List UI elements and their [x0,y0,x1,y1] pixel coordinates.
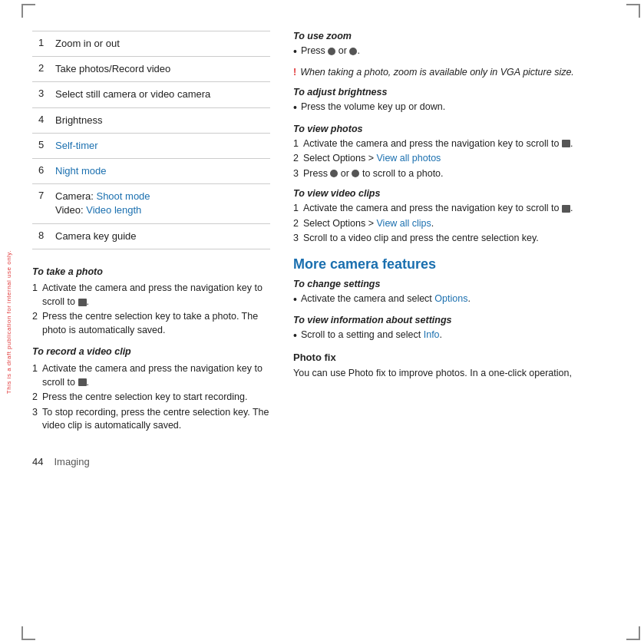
bullet-icon: • [293,101,297,116]
change-settings-list: • Activate the camera and select Options… [293,292,629,308]
take-photo-steps: 1 Activate the camera and press the navi… [32,282,270,337]
list-item: • Press the volume key up or down. [293,101,629,116]
view-video-clips-steps: 1 Activate the camera and press the navi… [293,202,629,246]
view-photos-section: To view photos 1 Activate the camera and… [293,124,629,181]
step-num: 3 [32,406,38,433]
take-photo-section: To take a photo 1 Activate the camera an… [32,265,270,338]
list-item: 3 To stop recording, press the centre se… [32,406,270,433]
step-num: 1 [293,137,299,151]
adjust-brightness-section: To adjust brightness • Press the volume … [293,87,629,116]
step-text: Activate the camera and press the naviga… [42,282,270,309]
zoom-note-text: When taking a photo, zoom is available o… [300,66,574,80]
view-all-clips-link[interactable]: View all clips [377,218,431,229]
step-text: Activate the camera and press the naviga… [42,362,270,389]
row-text: Night mode [49,158,270,183]
row-num: 7 [32,184,49,223]
use-zoom-section: To use zoom • Press or . ! When taking a… [293,31,629,79]
page-footer: 44 Imaging [32,456,270,467]
step-num: 2 [32,310,38,337]
row-num: 4 [32,107,49,133]
page-number: 44 [32,456,43,467]
row-num: 1 [32,31,49,57]
self-timer-link[interactable]: Self-timer [55,140,98,151]
record-video-steps: 1 Activate the camera and press the navi… [32,362,270,433]
info-link[interactable]: Info [424,329,440,340]
shoot-mode-link[interactable]: Shoot mode [96,190,150,202]
page-container: This is a draft publication for internal… [0,0,644,644]
more-features-heading: More camera features [293,256,629,272]
record-video-section: To record a video clip 1 Activate the ca… [32,345,270,432]
list-item: 2 Select Options > View all photos [293,152,629,166]
row-text: Zoom in or out [49,31,270,57]
photo-fix-text: You can use Photo fix to improve photos.… [293,366,629,381]
night-mode-link[interactable]: Night mode [55,165,106,177]
step-text: Press the centre selection key to take a… [42,310,270,337]
change-settings-section: To change settings • Activate the camera… [293,279,629,308]
view-info-title: To view information about settings [293,315,629,325]
step-text: Activate the camera and press the naviga… [303,202,573,216]
step-text: Select Options > View all photos [303,152,441,166]
numbered-table: 1 Zoom in or out 2 Take photos/Record vi… [32,31,270,249]
step-text: Activate the camera and press the naviga… [303,137,573,151]
list-item: 3 Press or to scroll to a photo. [293,167,629,181]
corner-mark-br [626,626,640,640]
row-num: 8 [32,223,49,249]
list-item: 1 Activate the camera and press the navi… [32,282,270,309]
row-text: Camera: Shoot mode Video: Video length [49,184,270,223]
row-text: Select still camera or video camera [49,82,270,107]
bullet-icon: • [293,329,297,344]
zoom-bullet-text: Press or . [301,45,360,60]
step-num: 2 [293,152,299,166]
use-zoom-title: To use zoom [293,31,629,41]
step-num: 3 [293,232,299,246]
view-all-photos-link[interactable]: View all photos [377,153,441,163]
table-row: 3 Select still camera or video camera [32,82,270,107]
table-row: 5 Self-timer [32,133,270,158]
table-row: 7 Camera: Shoot mode Video: Video length [32,184,270,223]
corner-mark-bl [21,626,35,640]
change-settings-text: Activate the camera and select Options. [301,292,471,308]
adjust-brightness-list: • Press the volume key up or down. [293,101,629,116]
row-num: 5 [32,133,49,158]
corner-mark-tl [21,4,35,18]
use-zoom-list: • Press or . [293,45,629,60]
row-text: Self-timer [49,133,270,158]
row-text: Take photos/Record video [49,57,270,82]
view-info-list: • Scroll to a setting and select Info. [293,329,629,344]
table-row: 2 Take photos/Record video [32,57,270,82]
row-num: 3 [32,82,49,107]
list-item: 2 Select Options > View all clips. [293,217,629,231]
watermark-text: This is a draft publication for internal… [5,250,12,394]
list-item: 2 Press the centre selection key to star… [32,391,270,405]
step-num: 1 [32,362,38,389]
step-text: To stop recording, press the centre sele… [42,406,270,433]
list-item: 1 Activate the camera and press the navi… [32,362,270,389]
list-item: 3 Scroll to a video clip and press the c… [293,232,629,246]
left-instructions: To take a photo 1 Activate the camera an… [32,265,270,433]
zoom-note: ! When taking a photo, zoom is available… [293,66,629,80]
view-info-section: To view information about settings • Scr… [293,315,629,344]
photo-fix-heading: Photo fix [293,352,629,363]
row-text: Camera key guide [49,223,270,249]
step-num: 2 [32,391,38,405]
record-video-title: To record a video clip [32,345,270,359]
take-photo-title: To take a photo [32,265,270,279]
page-label: Imaging [54,456,89,467]
step-num: 1 [32,282,38,309]
table-row: 8 Camera key guide [32,223,270,249]
list-item: • Scroll to a setting and select Info. [293,329,629,344]
step-text: Press the centre selection key to start … [42,391,248,405]
list-item: 1 Activate the camera and press the navi… [293,137,629,151]
table-row: 4 Brightness [32,107,270,133]
change-settings-title: To change settings [293,279,629,289]
table-row: 1 Zoom in or out [32,31,270,57]
view-photos-steps: 1 Activate the camera and press the navi… [293,137,629,181]
options-link[interactable]: Options [434,293,467,304]
sidebar-watermark: This is a draft publication for internal… [0,0,17,644]
video-length-link[interactable]: Video length [86,204,141,216]
brightness-bullet-text: Press the volume key up or down. [301,101,445,116]
view-info-text: Scroll to a setting and select Info. [301,329,442,344]
step-num: 1 [293,202,299,216]
step-num: 2 [293,217,299,231]
photo-fix-section: Photo fix You can use Photo fix to impro… [293,352,629,381]
